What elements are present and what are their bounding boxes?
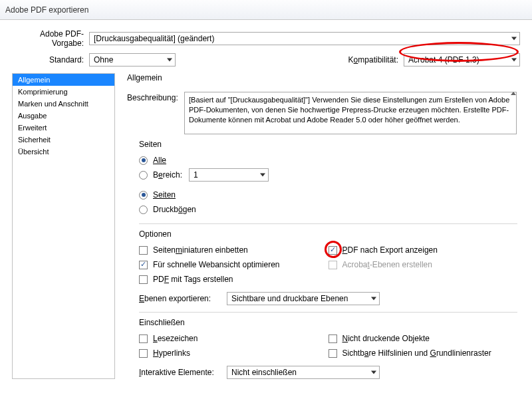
chevron-down-icon bbox=[167, 59, 172, 62]
check-thumbnails[interactable] bbox=[139, 246, 148, 255]
sidebar-item-allgemein[interactable]: Allgemein bbox=[13, 74, 114, 86]
check-hyperlinks[interactable] bbox=[139, 349, 148, 358]
radio-all[interactable] bbox=[139, 156, 148, 165]
range-dropdown[interactable]: 1 bbox=[189, 168, 269, 182]
check-tags[interactable] bbox=[139, 275, 148, 284]
dialog-content: Adobe PDF-Vorgabe: [Druckausgabequalität… bbox=[0, 20, 532, 379]
sidebar: Allgemein Komprimierung Marken und Ansch… bbox=[12, 73, 115, 379]
scroll-up-icon[interactable] bbox=[511, 92, 516, 100]
compat-dropdown[interactable]: Acrobat 4 (PDF 1.3) bbox=[404, 53, 520, 66]
sidebar-item-uebersicht[interactable]: Übersicht bbox=[13, 146, 114, 158]
description-label: Beschreibung: bbox=[127, 92, 184, 134]
ebenen-dropdown[interactable]: Sichtbare und druckbare Ebenen bbox=[227, 292, 380, 305]
radio-pages[interactable] bbox=[139, 191, 148, 200]
preset-label: Adobe PDF-Vorgabe: bbox=[12, 29, 89, 48]
interactive-dropdown[interactable]: Nicht einschließen bbox=[227, 366, 380, 379]
panel-heading: Allgemein bbox=[127, 73, 517, 82]
radio-range[interactable] bbox=[139, 171, 148, 180]
preset-value: [Druckausgabequalität] (geändert) bbox=[94, 34, 214, 43]
standard-value: Ohne bbox=[94, 55, 113, 65]
standard-dropdown[interactable]: Ohne bbox=[89, 53, 176, 66]
sidebar-item-ausgabe[interactable]: Ausgabe bbox=[13, 110, 114, 122]
options-group-title: Optionen bbox=[139, 229, 517, 239]
sidebar-item-sicherheit[interactable]: Sicherheit bbox=[13, 134, 114, 146]
sidebar-item-komprimierung[interactable]: Komprimierung bbox=[13, 86, 114, 98]
chevron-down-icon bbox=[511, 37, 517, 41]
sidebar-item-marken[interactable]: Marken und Anschnitt bbox=[13, 98, 114, 110]
titlebar: Adobe PDF exportieren bbox=[0, 0, 532, 20]
chevron-down-icon bbox=[371, 371, 376, 374]
radio-spreads[interactable] bbox=[139, 205, 148, 214]
pages-group-title: Seiten bbox=[139, 140, 517, 149]
check-bookmarks[interactable] bbox=[139, 334, 148, 343]
compat-label: Kompatibilität: bbox=[348, 55, 398, 65]
description-text[interactable]: [Basiert auf "[Druckausgabequalität]"] V… bbox=[184, 92, 517, 134]
chevron-down-icon bbox=[511, 59, 517, 62]
check-webopt[interactable] bbox=[139, 261, 148, 269]
check-view-after[interactable] bbox=[329, 246, 337, 255]
interactive-label: Interaktive Elemente: bbox=[139, 368, 227, 377]
include-group-title: Einschließen bbox=[139, 318, 517, 327]
panel-allgemein: Allgemein Beschreibung: [Basiert auf "[D… bbox=[127, 73, 520, 379]
check-nonprinting[interactable] bbox=[329, 334, 337, 343]
preset-dropdown[interactable]: [Druckausgabequalität] (geändert) bbox=[89, 32, 520, 45]
chevron-down-icon bbox=[371, 297, 376, 301]
standard-label: Standard: bbox=[12, 55, 89, 65]
check-guides[interactable] bbox=[329, 349, 337, 358]
chevron-down-icon bbox=[260, 174, 265, 177]
check-acrobat-layers bbox=[329, 261, 337, 269]
sidebar-item-erweitert[interactable]: Erweitert bbox=[13, 122, 114, 134]
ebenen-label: Ebenen exportieren: bbox=[139, 294, 227, 303]
window-title: Adobe PDF exportieren bbox=[5, 5, 88, 15]
compat-value: Acrobat 4 (PDF 1.3) bbox=[408, 55, 479, 65]
